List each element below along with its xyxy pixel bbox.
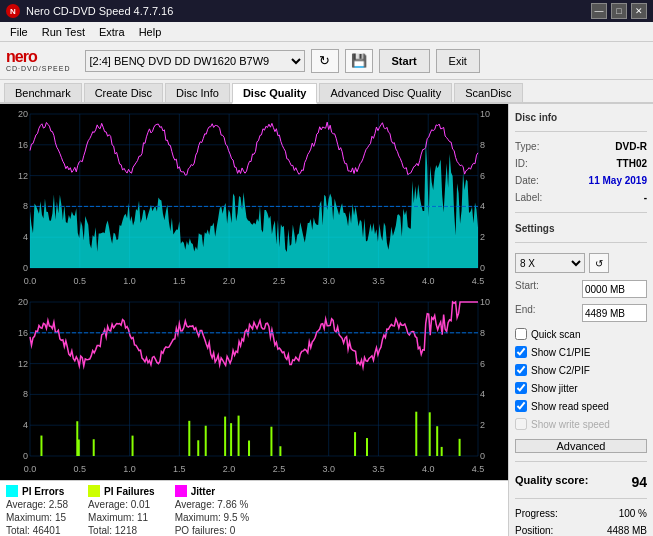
minimize-button[interactable]: —	[591, 3, 607, 19]
disc-date-row: Date: 11 May 2019	[515, 175, 647, 186]
start-button[interactable]: Start	[379, 49, 430, 73]
charts-and-stats: PI Errors Average: 2.58 Maximum: 15 Tota…	[0, 104, 508, 536]
c1-pie-label: Show C1/PIE	[531, 347, 590, 358]
disc-type-value: DVD-R	[615, 141, 647, 152]
disc-info-title: Disc info	[515, 112, 647, 123]
disc-type-row: Type: DVD-R	[515, 141, 647, 152]
top-chart-container	[2, 106, 506, 290]
speed-setting-row: 8 X Max 4 X 16 X ↺	[515, 253, 647, 273]
menu-extra[interactable]: Extra	[93, 24, 131, 40]
pi-errors-color	[6, 485, 18, 497]
disc-date-value: 11 May 2019	[589, 175, 647, 186]
end-mb-row: End:	[515, 304, 647, 322]
tab-bar: Benchmark Create Disc Disc Info Disc Qua…	[0, 80, 653, 104]
disc-id-label: ID:	[515, 158, 528, 169]
app-title: Nero CD-DVD Speed 4.7.7.16	[26, 5, 173, 17]
position-value: 4488 MB	[607, 525, 647, 536]
menu-run-test[interactable]: Run Test	[36, 24, 91, 40]
pi-failures-max: Maximum: 11	[88, 512, 155, 523]
quality-score-value: 94	[631, 474, 647, 490]
tab-disc-info[interactable]: Disc Info	[165, 83, 230, 102]
advanced-button[interactable]: Advanced	[515, 439, 647, 453]
quick-scan-checkbox[interactable]	[515, 328, 527, 340]
menu-file[interactable]: File	[4, 24, 34, 40]
jitter-row: Show jitter	[515, 382, 647, 394]
toolbar: nero CD·DVD/SPEED [2:4] BENQ DVD DD DW16…	[0, 42, 653, 80]
speed-selector[interactable]: 8 X Max 4 X 16 X	[515, 253, 585, 273]
nero-brand: nero	[6, 49, 37, 65]
divider-4	[515, 461, 647, 462]
jitter-label: Jitter	[191, 486, 215, 497]
end-mb-input[interactable]	[582, 304, 647, 322]
disc-date-label: Date:	[515, 175, 539, 186]
tab-advanced-disc-quality[interactable]: Advanced Disc Quality	[319, 83, 452, 102]
disc-label-label: Label:	[515, 192, 542, 203]
divider-3	[515, 242, 647, 243]
pi-errors-avg: Average: 2.58	[6, 499, 68, 510]
jitter-header: Jitter	[175, 485, 249, 497]
position-label: Position:	[515, 525, 553, 536]
divider-1	[515, 131, 647, 132]
progress-label: Progress:	[515, 508, 558, 519]
read-speed-checkbox[interactable]	[515, 400, 527, 412]
jitter-checkbox-label: Show jitter	[531, 383, 578, 394]
disc-type-label: Type:	[515, 141, 539, 152]
main-content: PI Errors Average: 2.58 Maximum: 15 Tota…	[0, 104, 653, 536]
tab-disc-quality[interactable]: Disc Quality	[232, 83, 318, 104]
exit-button[interactable]: Exit	[436, 49, 480, 73]
nero-product-name: CD·DVD/SPEED	[6, 65, 71, 72]
nero-logo: nero CD·DVD/SPEED	[6, 49, 71, 72]
close-button[interactable]: ✕	[631, 3, 647, 19]
maximize-button[interactable]: □	[611, 3, 627, 19]
pi-failures-header: PI Failures	[88, 485, 155, 497]
disc-id-value: TTH02	[616, 158, 647, 169]
refresh-button[interactable]: ↻	[311, 49, 339, 73]
c1-pie-checkbox[interactable]	[515, 346, 527, 358]
menu-help[interactable]: Help	[133, 24, 168, 40]
c2-pif-label: Show C2/PIF	[531, 365, 590, 376]
pi-failures-stats: PI Failures Average: 0.01 Maximum: 11 To…	[88, 485, 155, 536]
title-bar-controls: — □ ✕	[591, 3, 647, 19]
jitter-avg: Average: 7.86 %	[175, 499, 249, 510]
pi-failures-color	[88, 485, 100, 497]
pi-errors-total: Total: 46401	[6, 525, 68, 536]
jitter-checkbox[interactable]	[515, 382, 527, 394]
write-speed-checkbox	[515, 418, 527, 430]
pi-failures-total: Total: 1218	[88, 525, 155, 536]
pi-errors-max: Maximum: 15	[6, 512, 68, 523]
write-speed-row: Show write speed	[515, 418, 647, 430]
c1-pie-row: Show C1/PIE	[515, 346, 647, 358]
menu-bar: File Run Test Extra Help	[0, 22, 653, 42]
disc-label-value: -	[644, 192, 647, 203]
quality-score-label: Quality score:	[515, 474, 588, 490]
tab-create-disc[interactable]: Create Disc	[84, 83, 163, 102]
divider-5	[515, 498, 647, 499]
progress-value: 100 %	[619, 508, 647, 519]
stats-bar: PI Errors Average: 2.58 Maximum: 15 Tota…	[0, 480, 508, 536]
quality-score-row: Quality score: 94	[515, 474, 647, 490]
quick-scan-row: Quick scan	[515, 328, 647, 340]
tab-benchmark[interactable]: Benchmark	[4, 83, 82, 102]
divider-2	[515, 212, 647, 213]
progress-row: Progress: 100 %	[515, 508, 647, 519]
jitter-po: PO failures: 0	[175, 525, 249, 536]
pi-failures-avg: Average: 0.01	[88, 499, 155, 510]
start-mb-label: Start:	[515, 280, 539, 298]
end-mb-label: End:	[515, 304, 536, 322]
start-mb-row: Start:	[515, 280, 647, 298]
write-speed-label: Show write speed	[531, 419, 610, 430]
c2-pif-checkbox[interactable]	[515, 364, 527, 376]
quick-scan-label: Quick scan	[531, 329, 580, 340]
speed-refresh-button[interactable]: ↺	[589, 253, 609, 273]
read-speed-label: Show read speed	[531, 401, 609, 412]
disc-label-row: Label: -	[515, 192, 647, 203]
save-button[interactable]: 💾	[345, 49, 373, 73]
start-mb-input[interactable]	[582, 280, 647, 298]
title-bar: N Nero CD-DVD Speed 4.7.7.16 — □ ✕	[0, 0, 653, 22]
right-panel: Disc info Type: DVD-R ID: TTH02 Date: 11…	[508, 104, 653, 536]
drive-selector[interactable]: [2:4] BENQ DVD DD DW1620 B7W9	[85, 50, 305, 72]
position-row: Position: 4488 MB	[515, 525, 647, 536]
top-chart	[2, 106, 506, 290]
tab-scan-disc[interactable]: ScanDisc	[454, 83, 522, 102]
jitter-color	[175, 485, 187, 497]
